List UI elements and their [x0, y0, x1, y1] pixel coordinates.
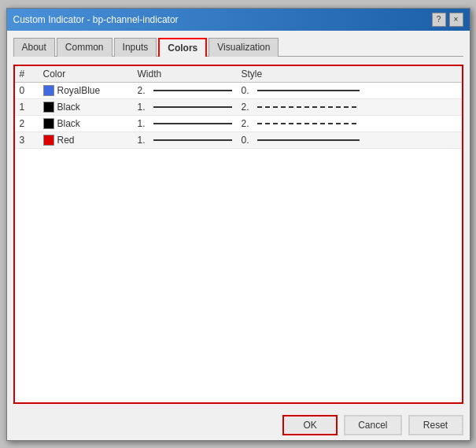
- ok-button[interactable]: OK: [282, 415, 338, 435]
- cell-style[interactable]: 0.: [237, 131, 462, 148]
- color-name: RoyalBlue: [57, 85, 101, 96]
- cell-color[interactable]: Black: [39, 115, 133, 131]
- col-header-width: Width: [133, 66, 237, 83]
- width-slider-line[interactable]: [153, 90, 232, 91]
- width-slider-line[interactable]: [153, 123, 232, 124]
- cell-width[interactable]: 2.: [133, 82, 237, 98]
- width-slider-line[interactable]: [153, 106, 232, 108]
- tab-visualization[interactable]: Visualization: [208, 38, 279, 57]
- tab-about[interactable]: About: [13, 38, 55, 57]
- color-name: Red: [57, 135, 75, 146]
- width-slider-line[interactable]: [153, 139, 232, 141]
- col-header-style: Style: [237, 66, 462, 83]
- width-value: 2.: [138, 85, 150, 96]
- cell-width[interactable]: 1.: [133, 131, 237, 148]
- tab-bar: About Common Inputs Colors Visualization: [13, 37, 463, 57]
- window-title: Custom Indicator - bp-channel-indicator: [13, 14, 179, 25]
- width-value: 1.: [138, 118, 150, 129]
- col-header-color: Color: [39, 66, 133, 83]
- cell-color[interactable]: RoyalBlue: [39, 82, 133, 98]
- close-button[interactable]: ×: [449, 13, 463, 27]
- style-line[interactable]: [257, 106, 360, 108]
- tab-common[interactable]: Common: [57, 38, 113, 57]
- table-header-row: # Color Width Style: [15, 66, 462, 83]
- style-value: 0.: [242, 85, 254, 96]
- dialog-content: About Common Inputs Colors Visualization: [7, 31, 470, 410]
- style-line[interactable]: [257, 90, 360, 91]
- color-swatch: [43, 102, 54, 113]
- colors-table-container: # Color Width Style 0RoyalBlue2.0.1Black…: [13, 65, 463, 404]
- col-header-index: #: [15, 66, 39, 83]
- width-value: 1.: [138, 102, 150, 113]
- style-value: 0.: [242, 135, 254, 146]
- cell-style[interactable]: 2.: [237, 115, 462, 131]
- cell-width[interactable]: 1.: [133, 98, 237, 115]
- dialog-footer: OK Cancel Reset: [7, 410, 470, 440]
- width-value: 1.: [138, 135, 150, 146]
- reset-button[interactable]: Reset: [408, 415, 463, 435]
- cancel-button[interactable]: Cancel: [344, 415, 401, 435]
- colors-table-wrapper: # Color Width Style 0RoyalBlue2.0.1Black…: [13, 65, 463, 404]
- tab-colors[interactable]: Colors: [158, 38, 207, 57]
- cell-style[interactable]: 2.: [237, 98, 462, 115]
- color-swatch: [43, 118, 54, 129]
- cell-index: 2: [15, 115, 39, 131]
- table-row[interactable]: 0RoyalBlue2.0.: [15, 82, 462, 98]
- cell-width[interactable]: 1.: [133, 115, 237, 131]
- dialog-window: Custom Indicator - bp-channel-indicator …: [6, 8, 470, 441]
- cell-index: 0: [15, 82, 39, 98]
- style-line[interactable]: [257, 123, 360, 124]
- table-row[interactable]: 1Black1.2.: [15, 98, 462, 115]
- tab-inputs[interactable]: Inputs: [114, 38, 157, 57]
- cell-color[interactable]: Red: [39, 131, 133, 148]
- cell-color[interactable]: Black: [39, 98, 133, 115]
- title-bar: Custom Indicator - bp-channel-indicator …: [7, 9, 470, 31]
- help-button[interactable]: ?: [432, 13, 446, 27]
- cell-index: 1: [15, 98, 39, 115]
- colors-table: # Color Width Style 0RoyalBlue2.0.1Black…: [15, 66, 462, 149]
- style-value: 2.: [242, 118, 254, 129]
- style-line[interactable]: [257, 139, 360, 141]
- style-value: 2.: [242, 102, 254, 113]
- color-name: Black: [57, 118, 80, 129]
- title-controls: ? ×: [432, 13, 463, 27]
- table-row[interactable]: 2Black1.2.: [15, 115, 462, 131]
- cell-index: 3: [15, 131, 39, 148]
- table-row[interactable]: 3Red1.0.: [15, 131, 462, 148]
- cell-style[interactable]: 0.: [237, 82, 462, 98]
- color-name: Black: [57, 102, 80, 113]
- color-swatch: [43, 85, 54, 96]
- color-swatch: [43, 135, 54, 146]
